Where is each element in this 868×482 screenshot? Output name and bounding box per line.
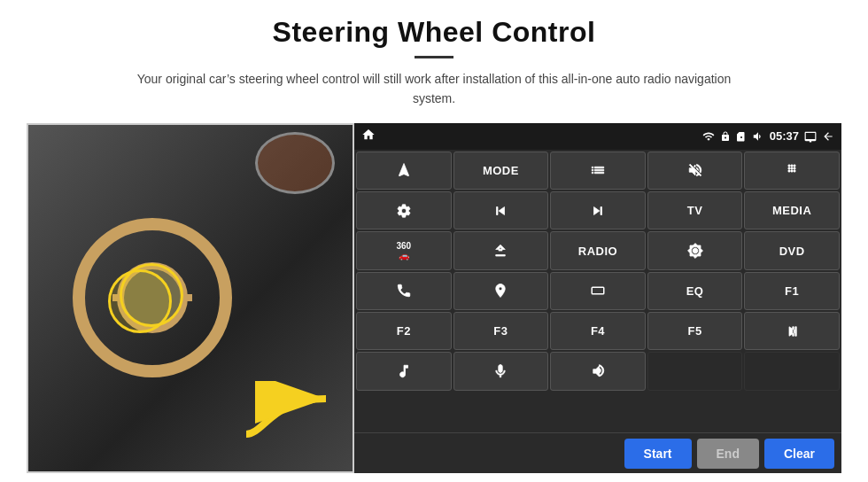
back-icon	[822, 130, 834, 143]
f3-button[interactable]: F3	[453, 312, 549, 350]
media-button[interactable]: MEDIA	[744, 191, 840, 229]
radio-button[interactable]: RADIO	[550, 231, 646, 269]
home-icon	[361, 128, 376, 142]
nav-button[interactable]	[356, 152, 452, 190]
mute2-button[interactable]	[550, 352, 646, 390]
steering-wheel	[73, 218, 232, 377]
tv-button[interactable]: TV	[647, 191, 743, 229]
control-panel: 05:37 MODE	[354, 123, 841, 473]
status-time: 05:37	[770, 129, 799, 143]
phone-button[interactable]	[356, 272, 452, 310]
empty-btn-1	[647, 352, 743, 390]
wifi-icon	[702, 130, 715, 143]
apps-button[interactable]	[744, 152, 840, 190]
eject-button[interactable]	[453, 231, 549, 269]
arrow-icon	[237, 381, 344, 452]
page-subtitle: Your original car’s steering wheel contr…	[124, 69, 744, 109]
music-button[interactable]	[356, 352, 452, 390]
car-image	[27, 123, 354, 473]
next-button[interactable]	[550, 191, 646, 229]
dvd-button[interactable]: DVD	[744, 231, 840, 269]
screen-rect-button[interactable]	[550, 272, 646, 310]
end-button[interactable]: End	[697, 439, 759, 469]
status-left	[361, 128, 376, 144]
start-button[interactable]: Start	[624, 439, 692, 469]
content-row: 05:37 MODE	[27, 123, 841, 473]
playpause-button[interactable]	[744, 312, 840, 350]
sim-icon	[736, 131, 747, 142]
svg-rect-1	[592, 288, 604, 295]
highlight-right	[120, 263, 183, 327]
page-title: Steering Wheel Control	[273, 16, 596, 49]
audio-icon	[752, 130, 764, 143]
navi-button[interactable]	[453, 272, 549, 310]
f2-button[interactable]: F2	[356, 312, 452, 350]
settings-button[interactable]	[356, 191, 452, 229]
arrow-container	[237, 381, 344, 455]
status-bar: 05:37	[354, 123, 841, 150]
mute-button[interactable]	[647, 152, 743, 190]
screen-icon	[804, 130, 817, 143]
eq-button[interactable]: EQ	[647, 272, 743, 310]
empty-btn-2	[744, 352, 840, 390]
car-image-bg	[28, 125, 353, 471]
360cam-button[interactable]: 360🚗	[356, 231, 452, 269]
button-grid: MODE	[354, 150, 841, 432]
mode-button[interactable]: MODE	[453, 152, 549, 190]
prev-button[interactable]	[453, 191, 549, 229]
f5-button[interactable]: F5	[647, 312, 743, 350]
page-container: Steering Wheel Control Your original car…	[0, 0, 868, 482]
list-button[interactable]	[550, 152, 646, 190]
action-bar: Start End Clear	[354, 432, 841, 473]
f4-button[interactable]: F4	[550, 312, 646, 350]
mic-button[interactable]	[453, 352, 549, 390]
title-divider	[415, 56, 453, 58]
status-right: 05:37	[702, 129, 834, 143]
brightness-button[interactable]	[647, 231, 743, 269]
f1-button[interactable]: F1	[744, 272, 840, 310]
lock-icon	[720, 131, 731, 142]
speedometer-hint	[255, 132, 335, 194]
clear-button[interactable]: Clear	[764, 439, 834, 469]
